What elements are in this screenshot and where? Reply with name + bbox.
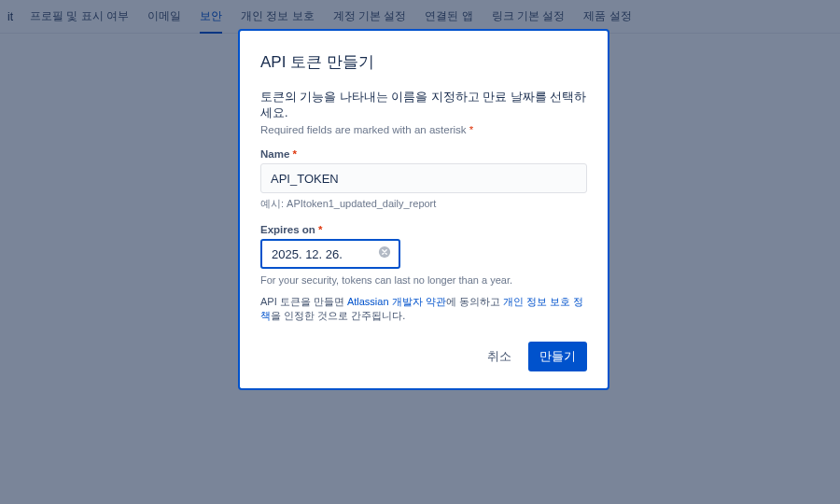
developer-terms-link[interactable]: Atlassian 개발자 약관 [347,296,446,307]
create-button[interactable]: 만들기 [528,342,587,371]
required-asterisk: * [318,224,322,235]
dialog-actions: 취소 만들기 [260,342,587,371]
token-name-input[interactable] [260,163,587,193]
name-label-text: Name [260,148,289,160]
consent-text: API 토큰을 만들면 Atlassian 개발자 약관에 동의하고 개인 정보… [260,295,587,323]
clear-icon[interactable] [378,245,391,262]
dialog-description: 토큰의 기능을 나타내는 이름을 지정하고 만료 날짜를 선택하세요. [260,90,587,121]
name-label: Name * [260,148,587,160]
security-note: For your security, tokens can last no lo… [260,274,587,286]
consent-prefix: API 토큰을 만들면 [260,296,347,307]
required-note-text: Required fields are marked with an aster… [260,124,469,135]
required-fields-note: Required fields are marked with an aster… [260,124,587,135]
name-helper-text: 예시: APItoken1_updated_daily_report [260,197,587,211]
consent-mid: 에 동의하고 [446,296,503,307]
expires-on-input[interactable]: 2025. 12. 26. [260,239,400,269]
required-asterisk: * [293,148,297,160]
cancel-button[interactable]: 취소 [478,343,521,371]
dialog-title: API 토큰 만들기 [260,51,587,73]
consent-suffix: 을 인정한 것으로 간주됩니다. [271,310,405,321]
expires-label: Expires on * [260,224,587,235]
required-asterisk: * [469,124,473,135]
expires-label-text: Expires on [260,224,315,235]
create-api-token-dialog: API 토큰 만들기 토큰의 기능을 나타내는 이름을 지정하고 만료 날짜를 … [238,29,609,390]
expires-on-value: 2025. 12. 26. [272,247,378,261]
